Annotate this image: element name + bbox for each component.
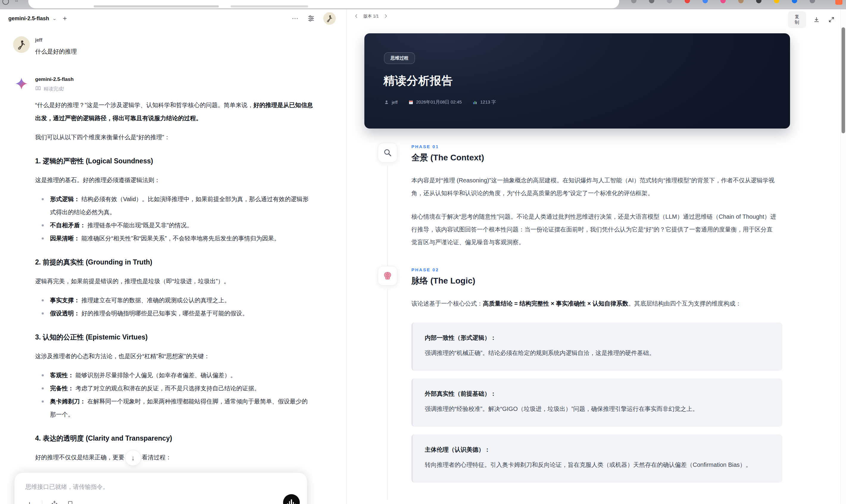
list-item: 因果清晰： 能准确区分“相关性”和“因果关系”，不会轻率地将先后发生的事情归为因…: [35, 232, 314, 245]
phase-timeline: [378, 143, 397, 266]
artifact-panel: 版本 1/1 复制 × 思维过程 精读分析报告: [347, 9, 846, 504]
chevron-down-icon[interactable]: ⌄: [52, 16, 57, 21]
list-item-label: 假设透明：: [50, 310, 80, 317]
browser-apps-grid-icon[interactable]: ⠿: [15, 0, 20, 3]
list-item: 形式逻辑： 结构必须有效（Valid）。比如演绎推理中，如果前提全部为真，那么通…: [35, 193, 314, 219]
scrollbar-thumb[interactable]: [842, 28, 845, 133]
model-settings-icon[interactable]: [307, 15, 315, 22]
bookmark-icon[interactable]: [67, 500, 74, 504]
list-item-text: 好的推理会明确指明哪些是已知事实，哪些是基于可能的假设。: [80, 310, 248, 317]
text: 。其底层结构由四个互为支撑的维度构成：: [628, 300, 741, 307]
user-avatar[interactable]: [323, 12, 336, 25]
bullet-list: 事实支撑： 推理建立在可靠的数据、准确的观测或公认的真理之上。假设透明： 好的推…: [35, 294, 317, 320]
phase-label: PHASE 01: [411, 143, 804, 149]
assistant-name: gemini-2.5-flash: [35, 75, 335, 83]
scroll-to-bottom-button[interactable]: ↓: [125, 450, 141, 466]
user-message-text: 什么是好的推理: [35, 48, 335, 56]
assistant-status: 精读完成!: [35, 85, 335, 92]
assistant-status-text: 精读完成!: [44, 86, 64, 92]
report-phases: PHASE 01全景 (The Context)本内容是对“推理 (Reason…: [378, 143, 804, 500]
gemini-icon: [13, 75, 30, 92]
chat-title[interactable]: gemini-2.5-flash: [8, 16, 49, 22]
text: 逻辑再完美，如果前提是错误的，推理也是垃圾（即“垃圾进，垃圾出”）。: [35, 278, 230, 284]
list-item-text: 考虑了对立的观点和潜在的反证，而不是只选择支持自己结论的证据。: [74, 385, 260, 392]
browser-url-bar[interactable]: [28, 0, 619, 8]
chevron-left-icon[interactable]: [354, 14, 359, 19]
dimension-cards: 内部一致性（形式逻辑）：强调推理的“机械正确”。结论必须在给定的规则系统内逻辑自…: [411, 323, 782, 483]
chat-message-list[interactable]: jeff 什么是好的推理 gem: [0, 28, 347, 504]
list-item: 事实支撑： 推理建立在可靠的数据、准确的观测或公认的真理之上。: [35, 294, 314, 307]
user-avatar: [13, 36, 30, 53]
waveform-bar: [293, 502, 294, 504]
browser-extension-icon[interactable]: [667, 0, 672, 3]
list-item-label: 事实支撑：: [50, 297, 80, 304]
waveform-bar: [291, 499, 292, 504]
list-item: 奥卡姆剃刀： 在解释同一个现象时，如果两种推理都能站得住脚，通常倾向于最简单、假…: [35, 395, 314, 421]
list-item-text: 结构必须有效（Valid）。比如演绎推理中，如果前提全部为真，那么通过有效的逻辑…: [50, 196, 309, 215]
list-item-label: 因果清晰：: [50, 235, 80, 241]
composer-toolbar: ＋: [25, 500, 74, 504]
card-body: 转向推理者的心理特征。引入奥卡姆剃刀和反向论证，旨在克服人类（或机器）天然存在的…: [425, 458, 770, 471]
browser-extension-icon[interactable]: [792, 0, 797, 3]
browser-extension-icon[interactable]: [738, 0, 744, 3]
chat-composer: 思维接口已就绪，请传输指令。 ＋: [14, 472, 307, 504]
text: 我们可以从以下四个维度来衡量什么是“好的推理”：: [35, 134, 170, 140]
chevron-right-icon[interactable]: [383, 14, 388, 19]
browser-toolbar: ⠿: [0, 0, 846, 9]
list-item-label: 客观性：: [50, 372, 74, 378]
browser-reload-icon[interactable]: [2, 0, 9, 5]
version-label: 版本 1/1: [364, 14, 378, 19]
phase-paragraph: 该论述基于一个核心公式：高质量结论 = 结构完整性 × 事实准确性 × 认知自律…: [411, 297, 778, 310]
chat-input[interactable]: 思维接口已就绪，请传输指令。: [25, 483, 296, 491]
browser-extension-icon[interactable]: [756, 0, 761, 3]
text: 核心情境在于解决“思考的随意性”问题。不论是人类通过批判性思维进行决策，还是大语…: [411, 213, 776, 246]
assistant-message: gemini-2.5-flash 精读完成! “什么是好的推理？”这是一个涉及逻…: [13, 75, 335, 486]
voice-input-button[interactable]: [283, 494, 300, 504]
download-icon[interactable]: [812, 15, 821, 25]
phase-timeline: [378, 266, 397, 500]
phase-paragraph: 本内容是对“推理 (Reasoning)”这一抽象概念的高层建模。在知识爆炸与人…: [411, 174, 778, 200]
browser-extension-icon[interactable]: [631, 0, 636, 3]
list-item-text: 推理链条中不能出现“既是又非”的情况。: [86, 222, 193, 229]
bullet-list: 客观性： 能够识别并尽量排除个人偏见（如幸存者偏差、确认偏差）。完备性： 考虑了…: [35, 368, 317, 421]
browser-extension-icon[interactable]: [703, 0, 708, 3]
text: “什么是好的推理？”这是一个涉及逻辑学、认知科学和哲学核心的问题。简单来说，: [35, 102, 253, 108]
model-diamonds-icon[interactable]: [51, 500, 58, 504]
report-scroll-area[interactable]: 思维过程 精读分析报告 jeff 2026年01月08日 02:45: [347, 24, 840, 504]
artifact-toolbar: 复制 ×: [788, 11, 846, 28]
browser-extension-icon[interactable]: [835, 0, 842, 5]
bullet-list: 形式逻辑： 结构必须有效（Valid）。比如演绎推理中，如果前提全部为真，那么通…: [35, 193, 317, 245]
card-body: 强调推理的“机械正确”。结论必须在给定的规则系统内逻辑自洽，这是推理的硬件基础。: [425, 347, 770, 359]
text: 本内容是对“推理 (Reasoning)”这一抽象概念的高层建模。在知识爆炸与人…: [411, 177, 775, 196]
list-item-label: 完备性：: [50, 385, 74, 392]
browser-extension-icon[interactable]: [685, 0, 690, 3]
browser-extension-icon[interactable]: [774, 0, 779, 3]
expand-icon[interactable]: [827, 15, 836, 25]
report-author: jeff: [384, 100, 398, 105]
text: 好的推理不仅仅是结果正确，更要: [35, 454, 124, 461]
assistant-markdown: “什么是好的推理？”这是一个涉及逻辑学、认知科学和哲学核心的问题。简单来说，好的…: [35, 98, 317, 483]
list-item-label: 不自相矛盾：: [50, 222, 86, 229]
browser-extension-icon[interactable]: [649, 0, 654, 3]
paragraph: “什么是好的推理？”这是一个涉及逻辑学、认知科学和哲学核心的问题。简单来说，好的…: [35, 98, 317, 125]
calendar-icon: [408, 100, 413, 105]
waveform-bar: [289, 501, 290, 504]
phase-paragraph: 核心情境在于解决“思考的随意性”问题。不论是人类通过批判性思维进行决策，还是大语…: [411, 210, 778, 249]
copy-button[interactable]: 复制: [788, 11, 806, 28]
text: 这涉及推理者的心态和方法论，也是区分“杠精”和“思想家”的关键：: [35, 353, 210, 359]
window-scrollbar[interactable]: [840, 9, 846, 504]
magnifier-icon: [378, 143, 398, 162]
more-options-icon[interactable]: ⋯: [292, 17, 299, 20]
list-item-label: 形式逻辑：: [50, 196, 80, 202]
text: 看清过程：: [142, 454, 172, 461]
browser-extension-icon[interactable]: [720, 0, 726, 3]
card-title: 内部一致性（形式逻辑）：: [425, 334, 770, 342]
new-chat-button[interactable]: +: [63, 16, 67, 21]
attach-plus-icon[interactable]: ＋: [25, 500, 34, 504]
list-item-text: 能准确区分“相关性”和“因果关系”，不会轻率地将先后发生的事情归为因果。: [80, 235, 280, 241]
list-item: 完备性： 考虑了对立的观点和潜在的反证，而不是只选择支持自己结论的证据。: [35, 382, 314, 395]
dimension-card: 主体伦理（认识美德）：转向推理者的心理特征。引入奥卡姆剃刀和反向论证，旨在克服人…: [411, 434, 782, 483]
phase-content: PHASE 01全景 (The Context)本内容是对“推理 (Reason…: [411, 143, 804, 266]
bold-text: 高质量结论 = 结构完整性 × 事实准确性 × 认知自律系数: [483, 300, 628, 307]
browser-extension-icon[interactable]: [810, 0, 815, 3]
